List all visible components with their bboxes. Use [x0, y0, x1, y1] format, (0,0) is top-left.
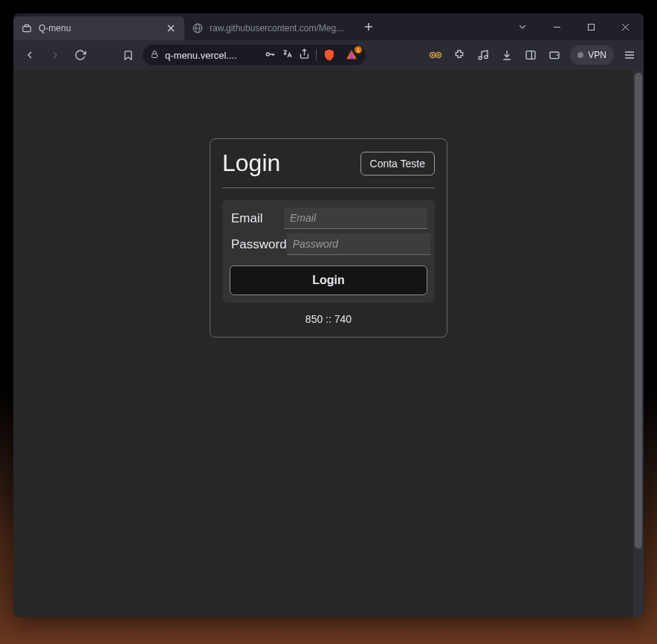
login-title: Login	[222, 149, 280, 177]
login-form: Email Password Login	[222, 200, 435, 303]
tab-active[interactable]: Q-menu	[13, 16, 184, 40]
translate-icon[interactable]	[282, 48, 293, 62]
toolbar: q-menu.vercel.... 1	[13, 40, 644, 70]
wallet-icon[interactable]	[546, 47, 563, 63]
tab-title: Q-menu	[39, 23, 159, 33]
scrollbar-track[interactable]	[633, 70, 644, 617]
share-icon[interactable]	[299, 48, 310, 62]
login-header: Login Conta Teste	[222, 149, 435, 188]
extensions-icon[interactable]	[451, 47, 467, 63]
vpn-status-dot	[577, 52, 583, 58]
back-button[interactable]	[19, 45, 40, 65]
svg-rect-4	[152, 54, 158, 57]
url-bar[interactable]: q-menu.vercel.... 1	[143, 45, 366, 65]
brave-rewards-icon[interactable]: 1	[345, 48, 358, 62]
dimensions-text: 850 :: 740	[222, 313, 435, 325]
divider	[316, 49, 317, 61]
sidebar-icon[interactable]	[522, 47, 539, 63]
music-icon[interactable]	[475, 47, 491, 63]
svg-rect-12	[526, 51, 535, 59]
svg-point-5	[266, 53, 269, 56]
tab-title: raw.githubusercontent.com/Megas-M	[210, 23, 348, 33]
titlebar: Q-menu raw.githubusercontent.com/Megas-M	[13, 13, 644, 40]
caret-down-icon[interactable]	[505, 13, 540, 40]
close-window-button[interactable]	[608, 13, 642, 40]
email-row: Email	[230, 207, 427, 229]
page-content: Login Conta Teste Email Password Login 8…	[13, 70, 644, 617]
url-text: q-menu.vercel....	[165, 50, 258, 61]
toolbar-right-icons: VPN	[427, 45, 638, 65]
menu-icon[interactable]	[621, 47, 638, 63]
svg-rect-3	[588, 24, 594, 30]
email-label: Email	[230, 211, 284, 226]
menu-favicon-icon	[21, 22, 33, 34]
svg-point-8	[432, 54, 434, 57]
lock-icon	[150, 50, 159, 61]
eyes-icon[interactable]	[427, 47, 444, 63]
vpn-label: VPN	[588, 50, 606, 60]
globe-icon	[192, 22, 204, 34]
window-controls	[505, 13, 644, 40]
brave-shields-icon[interactable]	[323, 48, 336, 62]
svg-point-11	[485, 56, 488, 59]
vpn-button[interactable]: VPN	[570, 45, 614, 65]
download-icon[interactable]	[499, 47, 515, 63]
svg-point-9	[438, 54, 440, 57]
tabs-area: Q-menu raw.githubusercontent.com/Megas-M	[13, 13, 505, 40]
conta-teste-button[interactable]: Conta Teste	[360, 152, 435, 176]
bookmark-icon[interactable]	[117, 45, 138, 65]
key-icon[interactable]	[264, 48, 276, 62]
browser-window: Q-menu raw.githubusercontent.com/Megas-M	[13, 13, 644, 617]
password-label: Password	[230, 237, 287, 252]
svg-point-10	[479, 57, 482, 59]
tab-inactive[interactable]: raw.githubusercontent.com/Megas-M	[184, 16, 355, 40]
maximize-button[interactable]	[574, 13, 608, 40]
close-icon[interactable]	[165, 22, 177, 34]
password-field[interactable]	[287, 234, 430, 255]
new-tab-button[interactable]	[358, 16, 379, 37]
login-submit-button[interactable]: Login	[230, 265, 427, 295]
minimize-button[interactable]	[540, 13, 574, 40]
rewards-badge: 1	[355, 46, 362, 54]
login-card: Login Conta Teste Email Password Login 8…	[210, 138, 447, 338]
reload-button[interactable]	[70, 45, 91, 65]
forward-button[interactable]	[45, 45, 65, 65]
email-field[interactable]	[284, 207, 427, 229]
password-row: Password	[230, 234, 427, 255]
svg-rect-0	[23, 27, 31, 32]
scrollbar-thumb[interactable]	[635, 73, 642, 549]
